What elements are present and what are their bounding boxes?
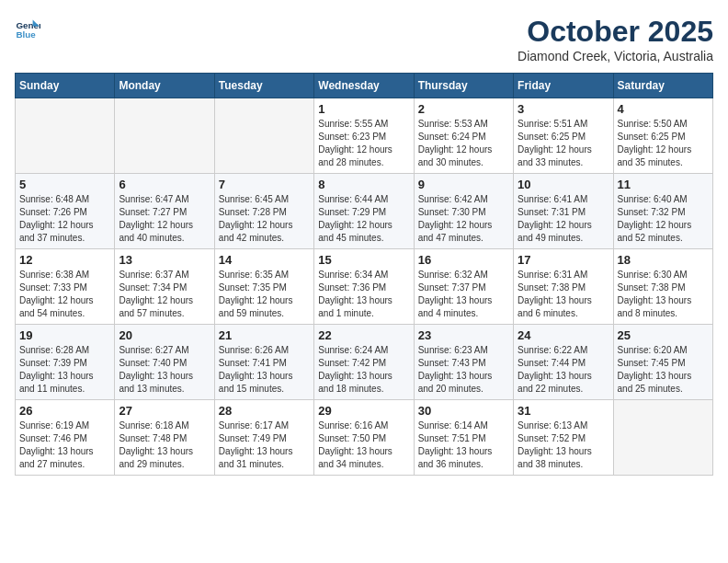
day-info: Sunrise: 6:17 AMSunset: 7:49 PMDaylight:…	[219, 419, 310, 471]
calendar-cell: 19Sunrise: 6:28 AMSunset: 7:39 PMDayligh…	[16, 325, 115, 400]
day-info: Sunrise: 6:24 AMSunset: 7:42 PMDaylight:…	[318, 344, 409, 396]
day-number: 16	[418, 253, 509, 267]
day-number: 3	[518, 102, 609, 116]
calendar-cell: 17Sunrise: 6:31 AMSunset: 7:38 PMDayligh…	[514, 249, 613, 325]
logo-icon: General Blue	[15, 15, 40, 40]
col-header-friday: Friday	[514, 74, 613, 98]
day-info: Sunrise: 6:38 AMSunset: 7:33 PMDaylight:…	[19, 269, 110, 320]
day-info: Sunrise: 5:55 AMSunset: 6:23 PMDaylight:…	[318, 118, 409, 169]
day-info: Sunrise: 6:42 AMSunset: 7:30 PMDaylight:…	[418, 193, 509, 245]
day-number: 26	[19, 404, 110, 418]
calendar-cell	[214, 98, 313, 174]
day-number: 4	[618, 102, 709, 116]
day-info: Sunrise: 6:20 AMSunset: 7:45 PMDaylight:…	[618, 344, 709, 396]
day-number: 11	[618, 178, 709, 191]
day-number: 6	[119, 178, 210, 191]
day-info: Sunrise: 6:40 AMSunset: 7:32 PMDaylight:…	[618, 193, 709, 245]
day-number: 28	[219, 404, 310, 418]
calendar-cell: 6Sunrise: 6:47 AMSunset: 7:27 PMDaylight…	[115, 174, 214, 249]
week-row-1: 5Sunrise: 6:48 AMSunset: 7:26 PMDaylight…	[16, 174, 713, 249]
col-header-thursday: Thursday	[414, 74, 513, 98]
day-info: Sunrise: 6:13 AMSunset: 7:52 PMDaylight:…	[518, 419, 609, 471]
day-info: Sunrise: 6:48 AMSunset: 7:26 PMDaylight:…	[19, 193, 110, 245]
day-info: Sunrise: 6:18 AMSunset: 7:48 PMDaylight:…	[119, 419, 210, 471]
logo: General Blue	[15, 15, 44, 40]
col-header-tuesday: Tuesday	[214, 74, 313, 98]
day-number: 13	[119, 253, 210, 267]
day-number: 19	[19, 328, 110, 342]
calendar-cell: 5Sunrise: 6:48 AMSunset: 7:26 PMDaylight…	[16, 174, 115, 249]
calendar-cell: 13Sunrise: 6:37 AMSunset: 7:34 PMDayligh…	[115, 249, 214, 325]
day-number: 23	[418, 328, 509, 342]
week-row-4: 26Sunrise: 6:19 AMSunset: 7:46 PMDayligh…	[16, 400, 713, 476]
calendar-cell: 24Sunrise: 6:22 AMSunset: 7:44 PMDayligh…	[514, 325, 613, 400]
calendar-cell: 27Sunrise: 6:18 AMSunset: 7:48 PMDayligh…	[115, 400, 214, 476]
calendar-cell: 29Sunrise: 6:16 AMSunset: 7:50 PMDayligh…	[314, 400, 414, 476]
day-number: 20	[119, 328, 210, 342]
day-info: Sunrise: 6:32 AMSunset: 7:37 PMDaylight:…	[418, 269, 509, 320]
day-number: 12	[19, 253, 110, 267]
day-info: Sunrise: 6:27 AMSunset: 7:40 PMDaylight:…	[119, 344, 210, 396]
day-number: 25	[618, 328, 709, 342]
day-info: Sunrise: 6:31 AMSunset: 7:38 PMDaylight:…	[518, 269, 609, 320]
day-info: Sunrise: 6:34 AMSunset: 7:36 PMDaylight:…	[318, 269, 409, 320]
calendar-cell: 28Sunrise: 6:17 AMSunset: 7:49 PMDayligh…	[214, 400, 313, 476]
day-info: Sunrise: 6:26 AMSunset: 7:41 PMDaylight:…	[219, 344, 310, 396]
calendar-cell: 15Sunrise: 6:34 AMSunset: 7:36 PMDayligh…	[314, 249, 414, 325]
calendar-cell: 31Sunrise: 6:13 AMSunset: 7:52 PMDayligh…	[514, 400, 613, 476]
day-number: 18	[618, 253, 709, 267]
day-info: Sunrise: 6:19 AMSunset: 7:46 PMDaylight:…	[19, 419, 110, 471]
svg-text:Blue: Blue	[16, 29, 36, 40]
day-number: 31	[518, 404, 609, 418]
day-number: 14	[219, 253, 310, 267]
day-number: 10	[518, 178, 609, 191]
day-info: Sunrise: 5:53 AMSunset: 6:24 PMDaylight:…	[418, 118, 509, 169]
week-row-0: 1Sunrise: 5:55 AMSunset: 6:23 PMDaylight…	[16, 98, 713, 174]
day-number: 17	[518, 253, 609, 267]
calendar-cell: 12Sunrise: 6:38 AMSunset: 7:33 PMDayligh…	[16, 249, 115, 325]
day-number: 1	[318, 102, 409, 116]
day-info: Sunrise: 6:44 AMSunset: 7:29 PMDaylight:…	[318, 193, 409, 245]
calendar-cell: 26Sunrise: 6:19 AMSunset: 7:46 PMDayligh…	[16, 400, 115, 476]
calendar-cell: 8Sunrise: 6:44 AMSunset: 7:29 PMDaylight…	[314, 174, 414, 249]
calendar-cell: 7Sunrise: 6:45 AMSunset: 7:28 PMDaylight…	[214, 174, 313, 249]
calendar-cell: 9Sunrise: 6:42 AMSunset: 7:30 PMDaylight…	[414, 174, 513, 249]
calendar-cell: 4Sunrise: 5:50 AMSunset: 6:25 PMDaylight…	[613, 98, 712, 174]
day-info: Sunrise: 6:37 AMSunset: 7:34 PMDaylight:…	[119, 269, 210, 320]
day-number: 29	[318, 404, 409, 418]
calendar-cell: 22Sunrise: 6:24 AMSunset: 7:42 PMDayligh…	[314, 325, 414, 400]
calendar-cell: 10Sunrise: 6:41 AMSunset: 7:31 PMDayligh…	[514, 174, 613, 249]
col-header-sunday: Sunday	[16, 74, 115, 98]
calendar-cell: 23Sunrise: 6:23 AMSunset: 7:43 PMDayligh…	[414, 325, 513, 400]
calendar-cell: 11Sunrise: 6:40 AMSunset: 7:32 PMDayligh…	[613, 174, 712, 249]
col-header-monday: Monday	[115, 74, 214, 98]
location: Diamond Creek, Victoria, Australia	[518, 49, 713, 63]
day-number: 5	[19, 178, 110, 191]
day-number: 21	[219, 328, 310, 342]
title-block: October 2025 Diamond Creek, Victoria, Au…	[518, 15, 713, 63]
calendar-header-row: SundayMondayTuesdayWednesdayThursdayFrid…	[16, 74, 713, 98]
day-info: Sunrise: 6:35 AMSunset: 7:35 PMDaylight:…	[219, 269, 310, 320]
day-info: Sunrise: 6:14 AMSunset: 7:51 PMDaylight:…	[418, 419, 509, 471]
day-info: Sunrise: 6:22 AMSunset: 7:44 PMDaylight:…	[518, 344, 609, 396]
month-title: October 2025	[518, 15, 713, 49]
calendar-cell: 3Sunrise: 5:51 AMSunset: 6:25 PMDaylight…	[514, 98, 613, 174]
day-info: Sunrise: 6:23 AMSunset: 7:43 PMDaylight:…	[418, 344, 509, 396]
day-info: Sunrise: 6:16 AMSunset: 7:50 PMDaylight:…	[318, 419, 409, 471]
day-number: 9	[418, 178, 509, 191]
day-info: Sunrise: 5:51 AMSunset: 6:25 PMDaylight:…	[518, 118, 609, 169]
calendar-cell: 30Sunrise: 6:14 AMSunset: 7:51 PMDayligh…	[414, 400, 513, 476]
calendar-table: SundayMondayTuesdayWednesdayThursdayFrid…	[15, 73, 713, 476]
day-number: 22	[318, 328, 409, 342]
week-row-3: 19Sunrise: 6:28 AMSunset: 7:39 PMDayligh…	[16, 325, 713, 400]
day-info: Sunrise: 6:45 AMSunset: 7:28 PMDaylight:…	[219, 193, 310, 245]
col-header-saturday: Saturday	[613, 74, 712, 98]
day-info: Sunrise: 6:30 AMSunset: 7:38 PMDaylight:…	[618, 269, 709, 320]
calendar-cell: 2Sunrise: 5:53 AMSunset: 6:24 PMDaylight…	[414, 98, 513, 174]
col-header-wednesday: Wednesday	[314, 74, 414, 98]
day-number: 30	[418, 404, 509, 418]
calendar-cell: 20Sunrise: 6:27 AMSunset: 7:40 PMDayligh…	[115, 325, 214, 400]
day-number: 15	[318, 253, 409, 267]
day-info: Sunrise: 5:50 AMSunset: 6:25 PMDaylight:…	[618, 118, 709, 169]
day-number: 24	[518, 328, 609, 342]
